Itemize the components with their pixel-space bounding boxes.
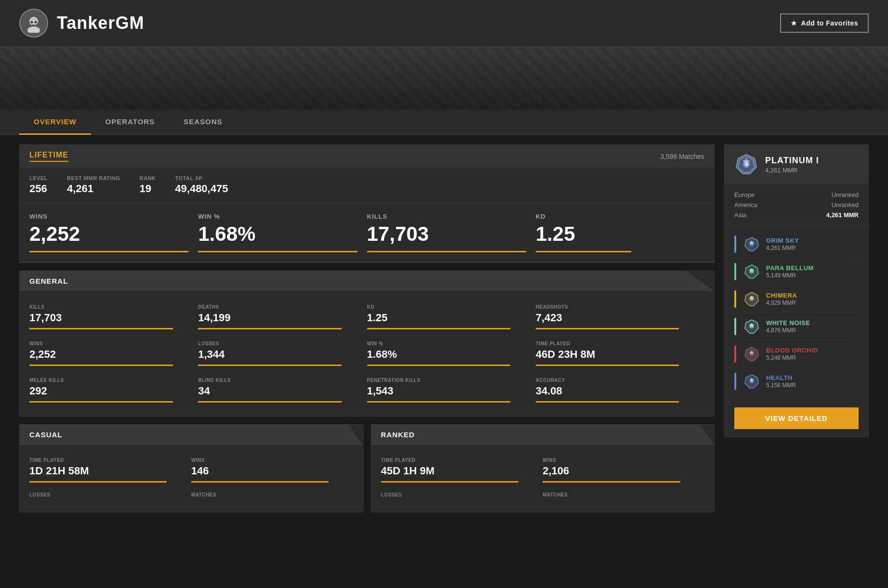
kills-bar bbox=[367, 251, 526, 252]
season-mmr-value: 4,876 MMR bbox=[766, 327, 859, 334]
ranked-stat-item: LOSSES bbox=[381, 487, 543, 504]
wins-big-stat: WINS 2,252 bbox=[29, 213, 198, 252]
season-badge bbox=[743, 373, 760, 390]
general-header: GENERAL bbox=[20, 271, 714, 291]
season-mmr-value: 4,929 MMR bbox=[766, 300, 859, 306]
add-favorites-label: Add to Favorites bbox=[801, 19, 858, 27]
svg-point-3 bbox=[35, 21, 37, 24]
season-info: WHITE NOISE 4,876 MMR bbox=[766, 319, 859, 334]
season-color-bar bbox=[734, 345, 736, 363]
ranked-card: RANKED TIME PLAYED 45D 1H 9M WINS 2,106 … bbox=[371, 424, 715, 512]
general-stat-bar bbox=[367, 328, 511, 329]
season-color-bar bbox=[734, 263, 736, 280]
win-pct-bar bbox=[198, 251, 357, 252]
ranked-stat-item: WINS 2,106 bbox=[543, 453, 704, 487]
season-badge bbox=[743, 263, 760, 280]
ranked-header: RANKED bbox=[371, 425, 715, 445]
casual-grid: TIME PLAYED 1D 21H 58M WINS 146 LOSSES M… bbox=[20, 445, 363, 512]
general-stat-value: 2,252 bbox=[29, 348, 198, 361]
season-item: CHIMERA 4,929 MMR bbox=[734, 286, 859, 313]
region-table: Europe Unranked America Unranked Asia 4,… bbox=[725, 184, 868, 226]
general-stat-value: 1.25 bbox=[367, 312, 536, 324]
general-stat-bar bbox=[198, 365, 342, 366]
general-stat-item: KD 1.25 bbox=[367, 299, 536, 335]
best-mmr-label: BEST MMR RATING bbox=[67, 175, 120, 181]
general-stat-item: MELEE KILLS 292 bbox=[29, 372, 198, 408]
casual-stat-item: MATCHES bbox=[191, 487, 353, 504]
general-stat-bar bbox=[367, 365, 511, 366]
win-pct-big-label: WIN % bbox=[198, 213, 357, 220]
rank-value: 19 bbox=[140, 183, 156, 195]
general-stat-value: 1,344 bbox=[198, 348, 367, 361]
tab-operators[interactable]: OPERATORS bbox=[91, 110, 170, 135]
season-color-bar bbox=[734, 290, 736, 308]
general-stat-bar bbox=[367, 401, 511, 403]
view-detailed-button[interactable]: View Detailed bbox=[734, 407, 859, 429]
general-stat-bar bbox=[198, 401, 342, 403]
region-name: America bbox=[734, 201, 757, 209]
general-stat-bar bbox=[536, 365, 679, 366]
win-pct-big-stat: WIN % 1.68% bbox=[198, 213, 367, 252]
general-stat-bar bbox=[198, 328, 342, 329]
general-stat-bar bbox=[29, 328, 173, 329]
tab-overview[interactable]: OVERVIEW bbox=[19, 110, 91, 135]
general-stat-item: ACCURACY 34.08 bbox=[536, 372, 704, 408]
wins-big-value: 2,252 bbox=[29, 224, 188, 244]
region-value: Unranked bbox=[832, 191, 859, 198]
ranked-stat-item: TIME PLAYED 45D 1H 9M bbox=[381, 453, 543, 487]
rank-name: PLATINUM I bbox=[765, 156, 819, 166]
season-item: PARA BELLUM 5,149 MMR bbox=[734, 258, 859, 286]
general-stat-item: WIN % 1.68% bbox=[367, 335, 536, 372]
big-stats-row: WINS 2,252 WIN % 1.68% KILLS 17,703 bbox=[20, 203, 714, 262]
tab-seasons[interactable]: SEASONS bbox=[169, 110, 237, 135]
ranked-grid: TIME PLAYED 45D 1H 9M WINS 2,106 LOSSES … bbox=[371, 445, 715, 512]
add-to-favorites-button[interactable]: ★ Add to Favorites bbox=[780, 13, 869, 33]
season-mmr-value: 5,248 MMR bbox=[766, 354, 859, 361]
ranked-stat-bar bbox=[543, 481, 680, 483]
casual-stat-bar bbox=[191, 481, 329, 483]
wins-big-label: WINS bbox=[29, 213, 188, 220]
right-panel: ★ PLATINUM I 4,261 MMR Europe Unranked A… bbox=[724, 144, 869, 437]
general-title: GENERAL bbox=[29, 277, 68, 285]
casual-stat-value: 1D 21H 58M bbox=[29, 465, 191, 477]
ranked-stat-item: MATCHES bbox=[543, 487, 704, 504]
kd-big-label: KD bbox=[536, 213, 695, 220]
level-stat: LEVEL 256 bbox=[29, 175, 48, 195]
region-name: Asia bbox=[734, 211, 746, 219]
season-color-bar bbox=[734, 318, 736, 335]
ranked-stat-value: 45D 1H 9M bbox=[381, 465, 543, 477]
casual-header: CASUAL bbox=[20, 425, 363, 445]
season-item: WHITE NOISE 4,876 MMR bbox=[734, 313, 859, 340]
left-panel: LIFETIME 3,596 Matches LEVEL 256 BEST MM… bbox=[19, 144, 715, 512]
general-stat-label: ACCURACY bbox=[536, 378, 704, 383]
matches-count: 3,596 Matches bbox=[660, 153, 704, 160]
svg-point-2 bbox=[31, 21, 33, 24]
season-item: GRIM SKY 4,261 MMR bbox=[734, 231, 859, 258]
general-stat-value: 1.68% bbox=[367, 348, 536, 361]
general-stat-bar bbox=[29, 401, 173, 403]
season-color-bar bbox=[734, 235, 736, 253]
star-icon: ★ bbox=[791, 19, 797, 27]
lifetime-card: LIFETIME 3,596 Matches LEVEL 256 BEST MM… bbox=[19, 144, 715, 263]
ranked-stat-label: TIME PLAYED bbox=[381, 457, 543, 463]
wins-bar bbox=[29, 251, 188, 252]
general-stat-item: DEATHS 14,199 bbox=[198, 299, 367, 335]
kills-big-stat: KILLS 17,703 bbox=[367, 213, 536, 252]
season-list: GRIM SKY 4,261 MMR PARA BELLUM 5,149 MMR bbox=[725, 226, 868, 400]
kd-big-stat: KD 1.25 bbox=[536, 213, 704, 252]
season-name: GRIM SKY bbox=[766, 237, 859, 244]
kills-big-label: KILLS bbox=[367, 213, 526, 220]
general-stat-label: HEADSHOTS bbox=[536, 304, 704, 310]
region-value: 4,261 MMR bbox=[826, 211, 859, 219]
season-mmr-value: 4,261 MMR bbox=[766, 245, 859, 251]
rank-badge: ★ bbox=[734, 153, 758, 177]
ranked-stat-label: LOSSES bbox=[381, 492, 543, 497]
general-stat-label: TIME PLAYED bbox=[536, 341, 704, 346]
general-stat-item: LOSSES 1,344 bbox=[198, 335, 367, 372]
general-card: GENERAL KILLS 17,703 DEATHS 14,199 KD 1.… bbox=[19, 271, 715, 417]
general-stat-label: PENETRATION KILLS bbox=[367, 378, 536, 383]
casual-stat-item: TIME PLAYED 1D 21H 58M bbox=[29, 453, 191, 487]
hero-background bbox=[0, 47, 888, 110]
season-badge bbox=[743, 290, 760, 308]
casual-stat-bar bbox=[29, 481, 167, 483]
